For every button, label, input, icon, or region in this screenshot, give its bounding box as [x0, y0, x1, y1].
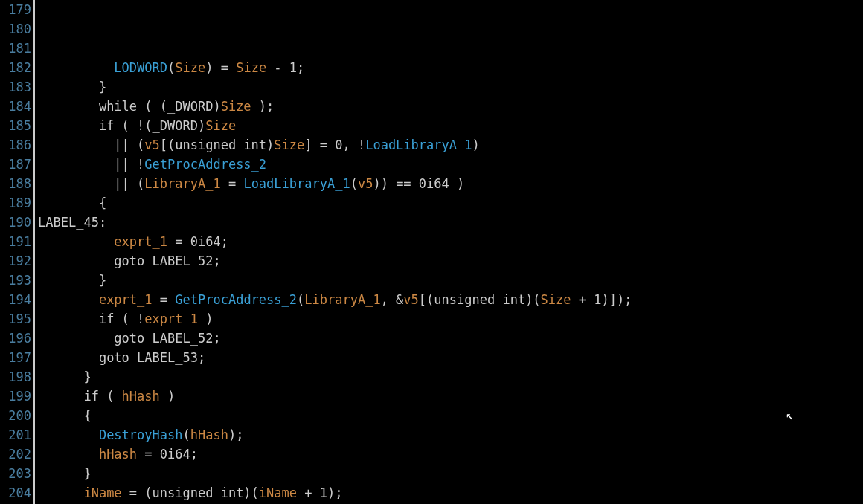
- code-line[interactable]: goto LABEL_53;: [38, 348, 863, 367]
- indent: [38, 80, 99, 94]
- indent: [38, 292, 99, 307]
- line-number: 180: [1, 19, 31, 39]
- line-number: 187: [1, 155, 31, 174]
- code-token: DestroyHash: [99, 427, 183, 442]
- code-line[interactable]: }: [38, 367, 863, 387]
- line-number: 198: [1, 367, 31, 387]
- code-line[interactable]: exprt_1 = 0i64;: [38, 232, 863, 251]
- code-token: if (: [83, 389, 121, 404]
- line-number: 202: [1, 445, 31, 464]
- code-token: = (unsigned int)(: [122, 485, 259, 500]
- code-token: LODWORD: [114, 60, 167, 75]
- code-token: (: [297, 292, 304, 307]
- indent: [38, 331, 114, 346]
- code-token: GetProcAddress_2: [144, 157, 266, 172]
- code-line[interactable]: goto LABEL_52;: [38, 329, 863, 348]
- code-token: ] = 0, !: [304, 138, 365, 152]
- code-line[interactable]: if ( hHash ): [38, 387, 863, 406]
- code-token: Size: [274, 138, 304, 152]
- code-token: iName: [83, 485, 121, 500]
- code-token: goto LABEL_53;: [99, 350, 205, 365]
- code-line[interactable]: iName = (unsigned int)(iName + 1);: [38, 483, 863, 503]
- code-line[interactable]: goto LABEL_52;: [38, 251, 863, 271]
- code-token: }: [99, 80, 106, 94]
- code-line[interactable]: {: [38, 193, 863, 213]
- code-token: (: [167, 60, 175, 75]
- code-token: hHash: [190, 427, 228, 442]
- code-line[interactable]: if ( !(_DWORD)Size: [38, 116, 863, 135]
- line-number: 188: [1, 174, 31, 193]
- line-number: 190: [1, 213, 31, 232]
- line-number: 194: [1, 290, 31, 309]
- code-line[interactable]: {: [38, 406, 863, 425]
- line-number: 192: [1, 251, 31, 271]
- indent: [38, 99, 99, 114]
- code-token: GetProcAddress_2: [175, 292, 297, 307]
- line-number: 196: [1, 329, 31, 348]
- code-line[interactable]: hHash = 0i64;: [38, 445, 863, 464]
- code-token: + 1);: [297, 485, 342, 500]
- code-token: - 1;: [266, 60, 304, 75]
- code-token: while ( (_DWORD): [99, 99, 221, 114]
- code-token: )) == 0i64 ): [373, 176, 464, 191]
- line-number: 201: [1, 425, 31, 445]
- line-number: 183: [1, 77, 31, 97]
- code-token: exprt_1: [144, 311, 198, 326]
- line-number: 195: [1, 309, 31, 329]
- code-token: Size: [205, 118, 236, 133]
- code-line[interactable]: || !GetProcAddress_2: [38, 155, 863, 174]
- indent: [38, 157, 114, 172]
- code-token: }: [99, 273, 106, 288]
- code-line[interactable]: DestroyHash(hHash);: [38, 425, 863, 445]
- code-token: =: [153, 292, 176, 307]
- code-token: ): [160, 389, 175, 404]
- indent: [38, 485, 83, 500]
- code-token: v5: [358, 176, 373, 191]
- code-token: ): [472, 138, 479, 152]
- code-line[interactable]: if ( !exprt_1 ): [38, 309, 863, 329]
- code-line[interactable]: || (LibraryA_1 = LoadLibraryA_1(v5)) == …: [38, 174, 863, 193]
- code-token: ) =: [205, 60, 236, 75]
- indent: [38, 176, 114, 191]
- code-token: LABEL_45:: [38, 215, 106, 230]
- code-token: [(unsigned int): [160, 138, 275, 152]
- code-token: || (: [114, 138, 144, 152]
- code-token: }: [83, 466, 91, 481]
- code-token: );: [228, 427, 243, 442]
- code-token: = 0i64;: [167, 234, 228, 249]
- indent: [38, 138, 114, 152]
- line-number: 184: [1, 97, 31, 116]
- indent: [38, 350, 99, 365]
- code-token: }: [83, 369, 91, 384]
- line-number: 182: [1, 58, 31, 77]
- line-number: 197: [1, 348, 31, 367]
- code-token: , &: [381, 292, 404, 307]
- code-line[interactable]: LABEL_45:: [38, 213, 863, 232]
- code-area[interactable]: LODWORD(Size) = Size - 1; } while ( (_DW…: [35, 0, 863, 504]
- code-token: {: [99, 196, 106, 210]
- code-token: exprt_1: [114, 234, 167, 249]
- code-line[interactable]: }: [38, 464, 863, 483]
- indent: [38, 466, 83, 481]
- code-token: Size: [541, 292, 571, 307]
- code-token: goto LABEL_52;: [114, 253, 220, 268]
- code-line[interactable]: LODWORD(Size) = Size - 1;: [38, 58, 863, 77]
- line-number: 199: [1, 387, 31, 406]
- indent: [38, 389, 83, 404]
- indent: [38, 60, 114, 75]
- code-token: (: [350, 176, 358, 191]
- code-line[interactable]: }: [38, 271, 863, 290]
- line-number: 179: [1, 0, 31, 19]
- indent: [38, 369, 83, 384]
- code-line[interactable]: || (v5[(unsigned int)Size] = 0, !LoadLib…: [38, 135, 863, 155]
- code-line[interactable]: exprt_1 = GetProcAddress_2(LibraryA_1, &…: [38, 290, 863, 309]
- code-token: + 1)]);: [571, 292, 632, 307]
- line-number: 200: [1, 406, 31, 425]
- code-line[interactable]: while ( (_DWORD)Size );: [38, 97, 863, 116]
- indent: [38, 408, 83, 423]
- line-number: 181: [1, 39, 31, 58]
- indent: [38, 273, 99, 288]
- code-line[interactable]: }: [38, 77, 863, 97]
- line-number-gutter: 1791801811821831841851861871881891901911…: [0, 0, 35, 504]
- line-number: 204: [1, 483, 31, 503]
